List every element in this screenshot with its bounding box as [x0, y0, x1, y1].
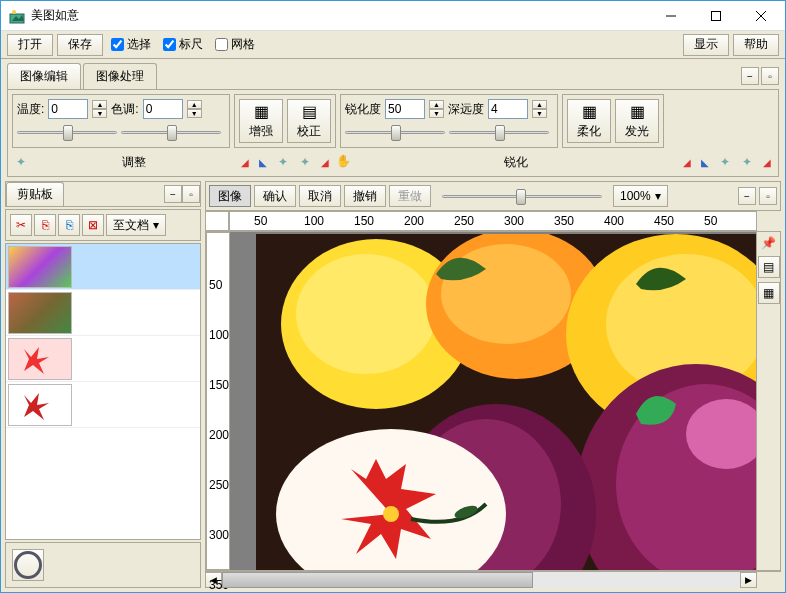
close-button[interactable] [738, 1, 783, 30]
undo-button[interactable]: 撤销 [344, 185, 386, 207]
app-icon [9, 8, 25, 24]
enhance-button[interactable]: ▦增强 [239, 99, 283, 143]
side-tool-1[interactable]: ▤ [758, 256, 780, 278]
clipboard-footer [5, 542, 201, 588]
temperature-label: 温度: [17, 101, 44, 118]
tab-row: 图像编辑 图像处理 − ▫ [1, 59, 785, 89]
redo-button[interactable]: 重做 [389, 185, 431, 207]
svg-point-19 [383, 506, 399, 522]
canvas-min-button[interactable]: − [738, 187, 756, 205]
enhance-icon: ▦ [254, 102, 269, 121]
sharpness-label: 锐化度 [345, 101, 381, 118]
panel-close-button[interactable]: ▫ [761, 67, 779, 85]
pin-icon[interactable]: 📌 [761, 236, 777, 252]
clipboard-tab[interactable]: 剪贴板 [6, 182, 64, 206]
confirm-button[interactable]: 确认 [254, 185, 296, 207]
hue-up[interactable]: ▲ [187, 100, 202, 109]
temperature-down[interactable]: ▼ [92, 109, 107, 118]
svg-point-8 [296, 254, 436, 374]
correct-button[interactable]: ▤校正 [287, 99, 331, 143]
side-tools: 📌 ▤ ▦ [756, 232, 780, 570]
clipboard-list[interactable] [5, 243, 201, 540]
canvas-viewport[interactable] [230, 232, 756, 570]
cut-icon[interactable]: ✂ [10, 214, 32, 236]
sharpness-up[interactable]: ▲ [429, 100, 444, 109]
adjust-group: 温度: ▲▼ 色调: ▲▼ [12, 94, 230, 148]
depth-label: 深远度 [448, 101, 484, 118]
tab-image-edit[interactable]: 图像编辑 [7, 63, 81, 89]
depth-down[interactable]: ▼ [532, 109, 547, 118]
glow-icon: ▦ [630, 102, 645, 121]
tab-image-process[interactable]: 图像处理 [83, 63, 157, 89]
wand-icon-3[interactable]: ✦ [296, 153, 314, 171]
show-button[interactable]: 显示 [683, 34, 729, 56]
sharpness-slider[interactable] [345, 123, 445, 141]
copy-icon[interactable]: ⎘ [34, 214, 56, 236]
wand-icon-2[interactable]: ✦ [274, 153, 292, 171]
paste-icon[interactable]: ⎘ [58, 214, 80, 236]
open-button[interactable]: 打开 [7, 34, 53, 56]
zoom-dropdown[interactable]: 100%▾ [613, 185, 668, 207]
ring-tool-button[interactable] [12, 549, 44, 581]
hue-slider[interactable] [121, 123, 221, 141]
collapse-icon-2[interactable]: ◢ [318, 155, 332, 169]
temperature-input[interactable] [48, 99, 88, 119]
expand-icon-2[interactable]: ◣ [698, 155, 712, 169]
wand-icon-1[interactable]: ✦ [12, 153, 30, 171]
sharpness-down[interactable]: ▼ [429, 109, 444, 118]
glow-button[interactable]: ▦发光 [615, 99, 659, 143]
depth-up[interactable]: ▲ [532, 100, 547, 109]
hue-label: 色调: [111, 101, 138, 118]
clipboard-item[interactable] [6, 290, 200, 336]
canvas-image[interactable] [256, 234, 756, 570]
canvas-toolbar: 图像 确认 取消 撤销 重做 100%▾ − ▫ [205, 181, 781, 211]
clipboard-item[interactable] [6, 244, 200, 290]
depth-input[interactable] [488, 99, 528, 119]
ruler-checkbox[interactable]: 标尺 [163, 36, 203, 53]
main-toolbar: 打开 保存 选择 标尺 网格 显示 帮助 [1, 31, 785, 59]
collapse-icon-3[interactable]: ◢ [680, 155, 694, 169]
ring-icon [14, 551, 42, 579]
sharpness-input[interactable] [385, 99, 425, 119]
save-button[interactable]: 保存 [57, 34, 103, 56]
clipboard-item[interactable] [6, 336, 200, 382]
panel-minimize-button[interactable]: − [741, 67, 759, 85]
clipboard-item[interactable] [6, 382, 200, 428]
hue-down[interactable]: ▼ [187, 109, 202, 118]
enhance-group: ▦增强 ▤校正 [234, 94, 336, 148]
scroll-right-button[interactable]: ▶ [740, 572, 757, 588]
temperature-slider[interactable] [17, 123, 117, 141]
controls-panel: 温度: ▲▼ 色调: ▲▼ ▦增强 ▤校正 锐化度 [7, 89, 779, 177]
soften-group: ▦柔化 ▦发光 [562, 94, 664, 148]
expand-icon-1[interactable]: ◣ [256, 155, 270, 169]
image-tab-button[interactable]: 图像 [209, 185, 251, 207]
adjust-section-label: 调整 [34, 154, 234, 171]
wand-icon-5[interactable]: ✦ [738, 153, 756, 171]
to-document-dropdown[interactable]: 至文档▾ [106, 214, 166, 236]
depth-slider[interactable] [449, 123, 549, 141]
clipboard-min-button[interactable]: − [164, 185, 182, 203]
wand-icon-4[interactable]: ✦ [716, 153, 734, 171]
maximize-button[interactable] [693, 1, 738, 30]
horizontal-scrollbar[interactable]: ◀ ▶ [205, 571, 781, 588]
soften-button[interactable]: ▦柔化 [567, 99, 611, 143]
select-checkbox[interactable]: 选择 [111, 36, 151, 53]
chevron-down-icon: ▾ [153, 218, 159, 232]
help-button[interactable]: 帮助 [733, 34, 779, 56]
temperature-up[interactable]: ▲ [92, 100, 107, 109]
zoom-slider[interactable] [442, 187, 602, 205]
side-tool-2[interactable]: ▦ [758, 282, 780, 304]
collapse-icon-1[interactable]: ◢ [238, 155, 252, 169]
delete-icon[interactable]: ⊠ [82, 214, 104, 236]
collapse-icon-4[interactable]: ◢ [760, 155, 774, 169]
grid-checkbox[interactable]: 网格 [215, 36, 255, 53]
clipboard-close-button[interactable]: ▫ [182, 185, 200, 203]
horizontal-ruler: 5010015020025030035040045050 [229, 211, 757, 231]
hand-icon[interactable]: ✋ [336, 154, 352, 170]
hue-input[interactable] [143, 99, 183, 119]
minimize-button[interactable] [648, 1, 693, 30]
cancel-button[interactable]: 取消 [299, 185, 341, 207]
canvas-close-button[interactable]: ▫ [759, 187, 777, 205]
canvas-panel: 图像 确认 取消 撤销 重做 100%▾ − ▫ 501001502002503… [205, 181, 781, 588]
svg-point-1 [12, 10, 16, 14]
